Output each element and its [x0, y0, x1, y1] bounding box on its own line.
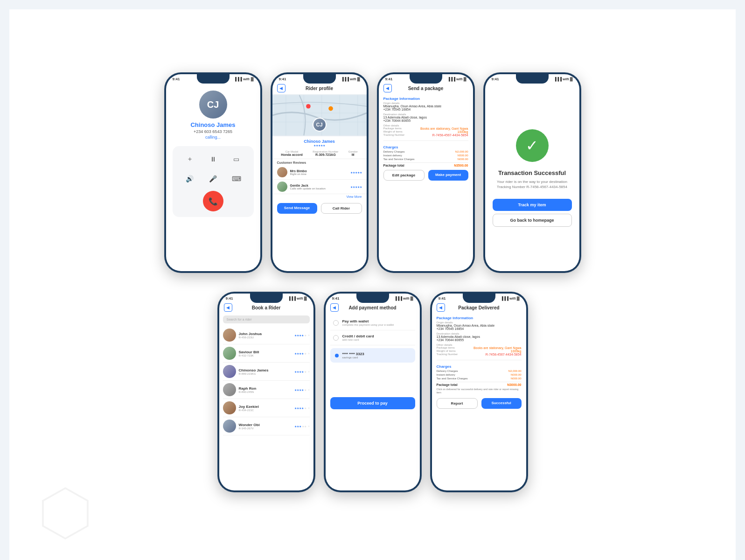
calling-screen: CJ Chinoso James +234 603 6543 7265 call… [166, 82, 260, 271]
rider-list: Search for a rider John Joshua R-456-223… [219, 314, 313, 490]
card-radio[interactable] [333, 335, 339, 341]
rider-avatar-4 [223, 401, 236, 414]
delivered-action-btns: Report Successful [437, 396, 522, 411]
rider-profile-content: CJ Chinoso James ★★★★★ Car Model Honda a… [272, 94, 367, 271]
package-nav: ◀ Send a package [379, 82, 473, 94]
proceed-to-pay-btn[interactable]: Proceed to pay [330, 397, 415, 409]
list-item[interactable]: Saviour Bill R-432-723K ★★★★★ › [223, 344, 310, 363]
package-title: Send a package [408, 86, 444, 91]
deco-hexagon [37, 485, 93, 541]
phones-row-1: 9:41 ▐▐▐ wifi ▓ CJ Chinoso James +234 60… [164, 72, 581, 273]
phone-rider-profile: 9:41 ▐▐▐ wifi ▓ ◀ Rider profile [271, 72, 369, 273]
time-1: 9:41 [173, 77, 180, 81]
rider-avatar-2 [223, 365, 236, 378]
edit-package-btn[interactable]: Edit package [383, 170, 425, 181]
hold-btn[interactable]: ⏸ [206, 152, 221, 167]
phone-book-rider: 9:41 ▐▐▐ wifi ▓ ◀ Book a Rider Search fo… [217, 292, 315, 492]
back-btn-5[interactable]: ◀ [224, 303, 232, 312]
call-controls: ＋ ⏸ ▭ 🔊 🎤 ⌨ 📞 [173, 146, 254, 217]
chevron-icon: › [308, 388, 310, 392]
send-package-content: Package Information Origin details Mbanu… [379, 94, 473, 271]
chevron-icon: › [308, 370, 310, 374]
phones-row-2: 9:41 ▐▐▐ wifi ▓ ◀ Book a Rider Search fo… [217, 287, 528, 492]
phone-send-package: 9:41 ▐▐▐ wifi ▓ ◀ Send a package Package… [377, 72, 475, 273]
review-avatar-2 [277, 182, 287, 192]
chevron-icon: › [308, 333, 310, 337]
notch-7 [463, 294, 495, 303]
review-avatar-1 [277, 167, 287, 177]
review-1: Mrs Bimbo Right on time ★★★★★ [272, 165, 367, 180]
profile-title: Rider profile [306, 86, 333, 91]
mute-btn[interactable]: 🎤 [206, 171, 221, 186]
raph-ron-name: Raph Ron [239, 386, 257, 391]
speaker-btn[interactable]: 🔊 [182, 171, 197, 186]
keypad-btn[interactable]: ⌨ [229, 171, 244, 186]
svg-marker-0 [43, 488, 88, 539]
notch-3 [410, 74, 442, 84]
payment-title: Add payment method [348, 305, 396, 310]
saved-card[interactable]: **** **** 3323 savings card [330, 348, 415, 363]
phone-package-delivered: 9:41 ▐▐▐ wifi ▓ ◀ Package Delivered Pack… [430, 292, 528, 492]
list-item-raph-ron[interactable]: Raph Ron R-890-245N ★★★★★ › [223, 381, 310, 399]
successful-btn[interactable]: Successful [481, 398, 522, 409]
call-rider-btn[interactable]: Call Rider [321, 203, 362, 214]
wallet-radio[interactable] [333, 320, 339, 326]
notch-5 [250, 294, 283, 303]
profile-footer-btns: Send Message Call Rider [272, 199, 367, 217]
card-option[interactable]: Credit / debit card add new card [330, 330, 415, 345]
battery-1: ▓ [251, 77, 254, 81]
video-btn[interactable]: ▭ [229, 152, 244, 167]
wallet-option[interactable]: Pay with wallet complete the payment usi… [330, 315, 415, 330]
add-call-btn[interactable]: ＋ [182, 152, 197, 167]
search-rider-input[interactable]: Search for a rider [223, 315, 310, 323]
list-item[interactable]: Chinonso James R-889-223KG ★★★★★ › [223, 363, 310, 381]
view-more[interactable]: View More [272, 194, 367, 199]
svg-point-10 [306, 104, 311, 109]
go-home-btn[interactable]: Go back to homepage [493, 214, 572, 227]
phone-calling: 9:41 ▐▐▐ wifi ▓ CJ Chinoso James +234 60… [164, 72, 262, 273]
rider-avatar-1 [223, 347, 236, 360]
payment-screen: Pay with wallet complete the payment usi… [326, 314, 420, 490]
signal-1: ▐▐▐ [234, 77, 242, 81]
map-rider-name: Chinoso James [272, 139, 367, 144]
success-icon: ✓ [516, 129, 549, 162]
back-btn-3[interactable]: ◀ [383, 84, 392, 92]
wifi-1: wifi [243, 77, 249, 81]
success-screen: ✓ Transaction Successful Your rider is o… [485, 82, 579, 271]
delivered-title: Package Delivered [458, 305, 499, 310]
canvas: 9:41 ▐▐▐ wifi ▓ CJ Chinoso James +234 60… [9, 9, 736, 560]
calling-status: calling... [205, 135, 221, 140]
rider-stars: ★★★★★ [272, 144, 367, 147]
caller-name: Chinoso James [190, 121, 235, 128]
rider-map-avatar: CJ [313, 118, 327, 132]
list-item[interactable]: Wonder Obi R-345-267V ★★★★★ › [223, 417, 310, 435]
report-btn[interactable]: Report [437, 398, 478, 409]
rider-info-row: Car Model Honda accord Registration Numb… [272, 148, 367, 159]
notch-4 [516, 74, 549, 84]
list-item[interactable]: Joy Ezekiel R-434-221C ★★★★★ › [223, 399, 310, 417]
reviews-title: Customer Reviews [272, 159, 367, 165]
phone-transaction-success: 9:41 ▐▐▐ wifi ▓ ✓ Transaction Successful… [483, 72, 581, 273]
back-btn-6[interactable]: ◀ [330, 303, 339, 312]
list-item[interactable]: John Joshua R-456-223U ★★★★★ › [223, 326, 310, 344]
track-item-btn[interactable]: Track my item [493, 199, 572, 211]
success-desc: Your rider is on the way to your destina… [497, 179, 567, 189]
send-message-btn[interactable]: Send Message [277, 203, 317, 214]
notch-1 [197, 74, 230, 84]
notch-2 [303, 74, 336, 84]
end-call-btn[interactable]: 📞 [203, 191, 223, 211]
chevron-icon: › [308, 351, 310, 356]
rider-avatar-3 [223, 383, 236, 396]
make-payment-btn[interactable]: Make payment [428, 170, 468, 181]
success-title: Transaction Successful [498, 169, 566, 176]
rider-avatar-5 [223, 420, 236, 433]
chevron-icon: › [308, 424, 310, 428]
svg-point-11 [328, 106, 333, 111]
back-btn-7[interactable]: ◀ [437, 303, 445, 312]
time-2: 9:41 [279, 77, 286, 81]
book-rider-title: Book a Rider [252, 305, 281, 310]
notch-6 [356, 294, 389, 303]
back-btn-2[interactable]: ◀ [277, 84, 285, 92]
delivered-nav: ◀ Package Delivered [432, 301, 526, 314]
profile-nav: ◀ Rider profile [272, 82, 367, 94]
